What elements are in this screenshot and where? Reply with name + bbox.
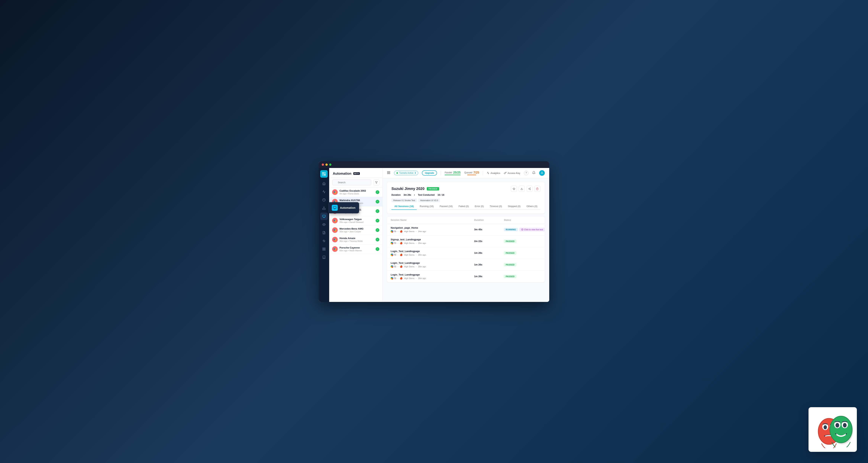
chrome-badge: 70 xyxy=(391,230,396,233)
tunnels-badge[interactable]: Tunnels Active 3 xyxy=(394,171,418,175)
app-logo[interactable] xyxy=(320,170,328,178)
detail-title: Suzuki Jimny 2020 PASSED xyxy=(392,186,439,191)
test-meta: 36m ago • Theresa Webb xyxy=(340,240,374,242)
test-meta: 56m ago • Wade Warren xyxy=(340,250,374,252)
svg-rect-7 xyxy=(322,215,325,217)
queued-bar xyxy=(467,175,476,175)
list-item[interactable]: 🎭 Volkswagen Taigun 26m ago • Darrell St… xyxy=(329,216,382,226)
help-button[interactable]: ? xyxy=(524,171,528,175)
maximize-dot[interactable] xyxy=(329,164,332,166)
test-status-check: ✓ xyxy=(376,200,379,203)
svg-line-39 xyxy=(529,188,530,189)
grid-icon[interactable] xyxy=(387,171,390,175)
user-avatar[interactable] xyxy=(539,170,545,176)
svg-line-38 xyxy=(529,189,530,189)
bell-icon[interactable] xyxy=(532,171,535,175)
list-item[interactable]: 🎭 Honda Amaze 36m ago • Theresa Webb ✓ xyxy=(329,235,382,244)
upgrade-button[interactable]: Upgrade xyxy=(422,170,437,176)
test-status-check: ✓ xyxy=(376,228,379,232)
minimize-dot[interactable] xyxy=(326,164,328,166)
detail-tags: Release V1 Smoke Test Automation UI V2.0 xyxy=(392,199,540,202)
sidebar-item-home[interactable] xyxy=(320,180,328,187)
sidebar-item-automation[interactable] xyxy=(320,213,328,220)
sidebar-item-report[interactable] xyxy=(320,229,328,236)
svg-rect-24 xyxy=(334,206,336,208)
sidebar-item-activity[interactable] xyxy=(320,188,328,196)
star-button[interactable] xyxy=(511,186,517,192)
delete-button[interactable] xyxy=(534,186,540,192)
queued-wrap: Queued 7/25 xyxy=(464,171,479,175)
sidebar-item-upload[interactable] xyxy=(320,204,328,212)
table-row[interactable]: Login_Test_Landingpage 70 • 🍎 High Sierr… xyxy=(387,247,545,259)
svg-marker-33 xyxy=(513,188,515,190)
tab-others[interactable]: Others (0) xyxy=(523,203,540,210)
tab-passed[interactable]: Passed (16) xyxy=(437,203,456,210)
table-row[interactable]: Signup_test_Landingpage 70 • 🍎 High Sier… xyxy=(387,235,545,247)
sidebar-item-eye[interactable] xyxy=(320,221,328,228)
tab-failed[interactable]: Failed (0) xyxy=(456,203,472,210)
col-status: Status xyxy=(504,219,541,221)
tunnel-active-dot xyxy=(397,172,398,174)
svg-rect-23 xyxy=(323,249,323,250)
parallel-row: Parallel 25/25 xyxy=(444,171,461,174)
tunnels-count: 3 xyxy=(415,172,416,174)
svg-point-10 xyxy=(323,224,324,225)
duration-col: 1m 26s xyxy=(474,263,504,266)
tab-all-sessions[interactable]: All Sessions (16) xyxy=(392,203,417,210)
svg-marker-41 xyxy=(522,229,523,230)
search-bar: 🔍 xyxy=(329,178,382,187)
sidebar-item-clock[interactable] xyxy=(320,196,328,204)
status-badge-passed: PASSED xyxy=(504,251,516,255)
svg-marker-27 xyxy=(375,181,377,183)
search-input[interactable] xyxy=(332,179,371,185)
tab-running[interactable]: Running (16) xyxy=(417,203,437,210)
session-main-name: Signup_test_Landingpage xyxy=(391,238,474,241)
list-item[interactable]: 🎭 Mercedes-Benz AMG 30m ago • Jane Coope… xyxy=(329,226,382,235)
theater-masks-image xyxy=(812,411,853,448)
apple-icon: 🍎 xyxy=(400,254,403,256)
sessions-table: Session Name Duration Status Navigation_… xyxy=(387,216,545,282)
close-dot[interactable] xyxy=(322,164,324,166)
session-main-name: Navigation_page_Home xyxy=(391,226,474,229)
list-item[interactable]: 🎭 Porsche Cayenne 56m ago • Wade Warren … xyxy=(329,244,382,254)
duration-value: 3m 29s xyxy=(404,194,411,196)
sidebar-item-bug[interactable] xyxy=(320,237,328,244)
left-panel: Automation BETA 🔍 🎭 Cadillac Escalade 20… xyxy=(329,168,382,302)
table-row[interactable]: Navigation_page_Home 70 • 🍎 High Sierra … xyxy=(387,224,545,235)
test-status-check: ✓ xyxy=(376,247,379,251)
test-name: Porsche Cayenne xyxy=(340,246,374,249)
list-item[interactable]: 🎭 Cadillac Escalade 2002 4m ago • Fiona … xyxy=(329,187,382,197)
svg-point-52 xyxy=(835,423,839,428)
tab-error[interactable]: Error (0) xyxy=(472,203,487,210)
parallel-stat: Parallel 25/25 xyxy=(444,171,461,175)
duration-col: 1m 26s xyxy=(474,275,504,278)
tab-stopped[interactable]: Stopped (0) xyxy=(505,203,524,210)
session-main-name: Login_Test_Landingpage xyxy=(391,273,474,276)
table-row[interactable]: Login_Test_Landingpage 70 • 🍎 High Sierr… xyxy=(387,259,545,271)
live-test-button[interactable]: Click to view live test xyxy=(519,228,545,231)
left-panel-title: Automation xyxy=(333,172,351,176)
filter-button[interactable] xyxy=(373,179,379,185)
svg-line-17 xyxy=(324,241,325,242)
svg-rect-20 xyxy=(323,248,323,249)
session-details: 70 • 🍎 High Sierra • 26m ago xyxy=(391,242,474,244)
sidebar-item-docs[interactable] xyxy=(320,254,328,261)
duration-label: Duration xyxy=(392,194,401,196)
access-key-nav[interactable]: Access Key xyxy=(504,172,520,174)
share-button[interactable] xyxy=(527,186,532,192)
chrome-icon xyxy=(391,230,393,233)
status-col: PASSED xyxy=(504,239,541,243)
sidebar-item-layout[interactable] xyxy=(320,245,328,253)
analytics-nav[interactable]: Analytics xyxy=(487,172,500,174)
queued-stat: Queued 7/25 xyxy=(464,171,479,175)
download-button[interactable] xyxy=(519,186,525,192)
apple-icon: 🍎 xyxy=(400,265,403,268)
left-panel-header: Automation BETA xyxy=(329,168,382,178)
analytics-label: Analytics xyxy=(491,172,500,174)
apple-icon: 🍎 xyxy=(400,242,403,244)
sidebar-narrow xyxy=(319,168,329,302)
parallel-label: Parallel xyxy=(444,171,452,174)
chrome-badge: 70 xyxy=(391,254,396,256)
table-row[interactable]: Login_Test_Landingpage 70 • 🍎 High Sierr… xyxy=(387,271,545,282)
tab-timeout[interactable]: Timeout (0) xyxy=(487,203,505,210)
